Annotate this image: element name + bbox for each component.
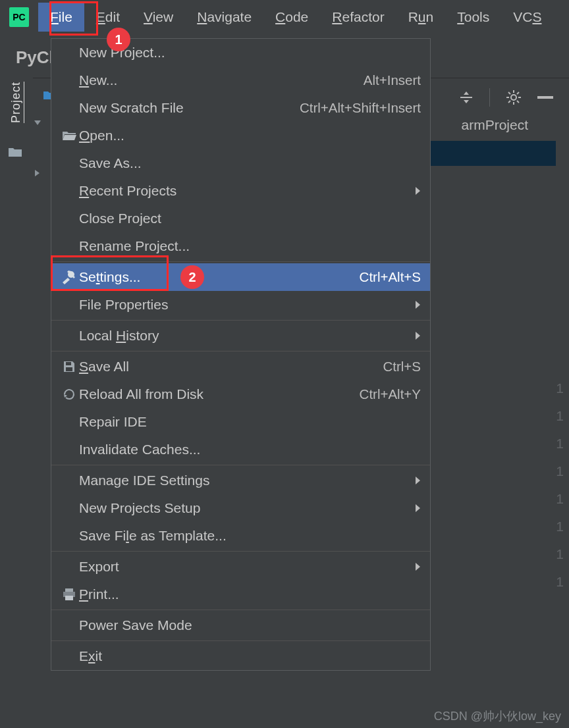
menu-item-rename-project[interactable]: Rename Project... [51,232,430,260]
menu-run[interactable]: Run [396,3,446,32]
gutter-line-number: 1 [556,380,564,396]
menu-item-manage-ide-settings[interactable]: Manage IDE Settings [51,467,430,494]
menu-view[interactable]: View [132,3,185,32]
gutter-line-number: 1 [556,574,564,590]
menu-item-label: Export [79,559,410,575]
menu-item-label: Open... [79,128,421,143]
collapse-icon[interactable] [459,90,474,105]
menu-item-reload-all-from-disk[interactable]: Reload All from DiskCtrl+Alt+Y [51,380,430,408]
menu-item-settings[interactable]: Settings...Ctrl+Alt+S [51,263,430,291]
menu-item-save-as[interactable]: Save As... [51,149,430,177]
annotation-badge-1: 1 [107,28,130,51]
menu-item-label: Repair IDE [79,414,421,430]
reload-icon [59,388,79,401]
menu-item-label: Print... [79,586,421,602]
menu-separator [51,610,430,610]
menu-item-label: New Projects Setup [79,500,410,516]
wrench-icon [59,270,79,284]
app-icon: PC [9,7,29,27]
tree-expander-2[interactable] [33,169,42,178]
menu-item-label: Local History [79,328,410,344]
menu-separator [51,261,430,262]
menu-item-new-projects-setup[interactable]: New Projects Setup [51,494,430,522]
chevron-right-icon [414,300,421,309]
menu-refactor[interactable]: Refactor [320,3,396,32]
menu-item-power-save-mode[interactable]: Power Save Mode [51,611,430,639]
chevron-right-icon [414,504,421,513]
menu-item-label: Exit [79,648,421,664]
gutter-line-number: 1 [556,463,564,479]
project-tool-label[interactable]: Project [9,82,23,123]
menu-code[interactable]: Code [263,3,320,32]
menu-item-label: Settings... [79,269,360,285]
menu-item-label: Save File as Template... [79,528,421,544]
path-fragment: armProject [461,117,528,133]
menu-separator [51,551,430,552]
svg-point-1 [511,95,516,100]
menu-item-label: Reload All from Disk [79,386,360,402]
menu-item-print[interactable]: Print... [51,581,430,608]
tree-expander-1[interactable] [33,118,42,128]
menu-item-save-all[interactable]: Save AllCtrl+S [51,353,430,380]
menu-tools[interactable]: Tools [445,3,501,32]
menu-item-local-history[interactable]: Local History [51,322,430,350]
svg-line-6 [508,92,510,94]
menu-item-shortcut: Ctrl+S [383,359,421,375]
menu-edit[interactable]: Edit [84,3,132,32]
annotation-badge-2: 2 [180,265,204,289]
svg-rect-0 [460,97,472,98]
menu-item-file-properties[interactable]: File Properties [51,291,430,319]
svg-line-7 [517,101,519,103]
gutter-line-number: 1 [556,436,564,452]
menu-item-shortcut: Alt+Insert [364,72,421,88]
tool-panel-actions [431,78,569,117]
menu-item-label: Rename Project... [79,238,421,254]
chevron-right-icon [414,562,421,571]
menu-item-save-file-as-template[interactable]: Save File as Template... [51,522,430,550]
menu-file[interactable]: File [38,3,84,32]
menu-item-label: New Project... [79,45,421,61]
menu-item-export[interactable]: Export [51,553,430,581]
menu-item-label: New Scratch File [79,100,300,116]
minimize-panel-icon[interactable] [537,96,553,99]
svg-line-8 [508,101,510,103]
menu-item-label: New... [79,72,364,88]
menu-item-label: Manage IDE Settings [79,473,410,488]
menu-item-exit[interactable]: Exit [51,642,430,670]
menu-item-close-project[interactable]: Close Project [51,205,430,232]
menu-item-recent-projects[interactable]: Recent Projects [51,177,430,205]
gutter-line-number: 1 [556,491,564,507]
gear-icon[interactable] [506,90,522,105]
menu-item-label: Close Project [79,211,421,226]
chevron-right-icon [414,186,421,195]
menu-item-invalidate-caches[interactable]: Invalidate Caches... [51,436,430,463]
menu-item-label: Save All [79,359,383,375]
menu-item-new[interactable]: New...Alt+Insert [51,66,430,94]
menu-separator [51,320,430,321]
svg-rect-11 [66,367,72,371]
menu-separator [51,351,430,351]
menu-item-shortcut: Ctrl+Alt+Y [360,386,421,402]
gutter-line-number: 1 [556,546,564,562]
menu-item-repair-ide[interactable]: Repair IDE [51,408,430,436]
folder-icon[interactable] [8,146,22,158]
svg-line-9 [517,92,519,94]
project-sidebar: Project [0,78,33,209]
menu-vcs[interactable]: VCS [501,3,553,32]
menu-navigate[interactable]: Navigate [185,3,263,32]
menu-item-shortcut: Ctrl+Alt+Shift+Insert [300,100,421,116]
editor-gutter: 11111111 [549,380,564,590]
gutter-line-number: 1 [556,519,564,534]
menu-item-new-scratch-file[interactable]: New Scratch FileCtrl+Alt+Shift+Insert [51,94,430,122]
divider [489,88,490,107]
save-icon [59,360,79,373]
file-menu-dropdown: New Project...New...Alt+InsertNew Scratc… [51,38,431,671]
menu-item-open[interactable]: Open... [51,122,430,149]
gutter-line-number: 1 [556,408,564,424]
menu-separator [51,465,430,465]
menubar: PC FileEditViewNavigateCodeRefactorRunTo… [0,0,569,34]
open-icon [59,130,79,142]
menu-item-shortcut: Ctrl+Alt+S [360,269,421,285]
selected-file-row[interactable] [431,141,556,166]
menu-item-label: File Properties [79,297,410,313]
